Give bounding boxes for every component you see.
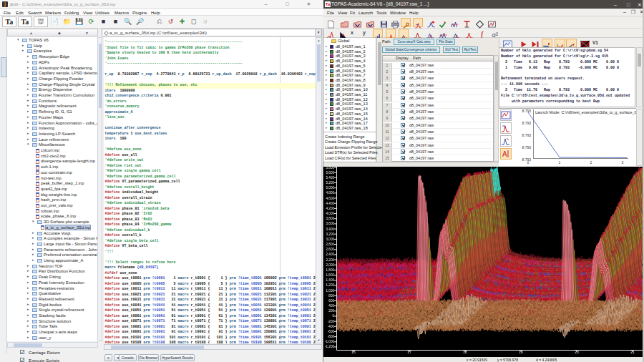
svg-text:σ²: σ²: [492, 31, 498, 39]
